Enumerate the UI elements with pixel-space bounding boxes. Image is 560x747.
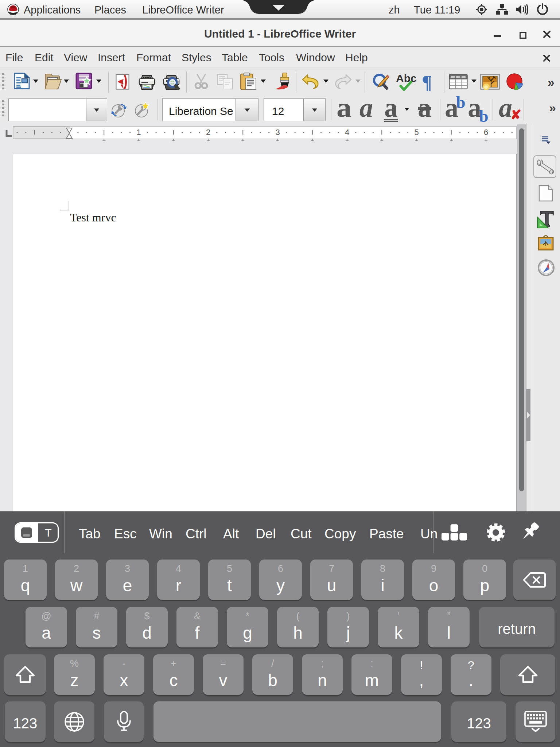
- svg-text:4: 4: [345, 128, 349, 137]
- svg-text:6: 6: [484, 128, 488, 137]
- svg-text:5: 5: [414, 128, 419, 137]
- svg-text:2: 2: [206, 128, 210, 137]
- svg-text:3: 3: [275, 128, 280, 137]
- svg-text:1: 1: [136, 128, 141, 137]
